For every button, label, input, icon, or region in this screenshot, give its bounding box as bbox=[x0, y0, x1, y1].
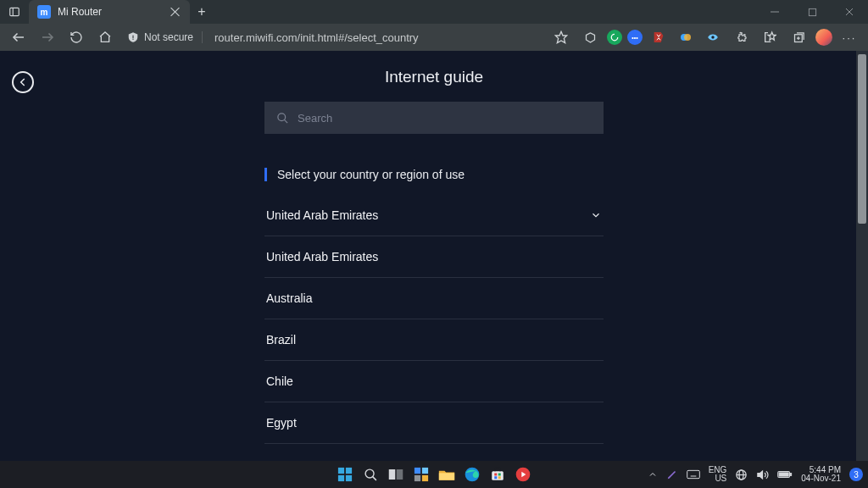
svg-rect-36 bbox=[498, 474, 501, 476]
nav-refresh-button[interactable] bbox=[64, 25, 88, 49]
svg-rect-35 bbox=[494, 474, 497, 476]
country-option-label: Australia bbox=[266, 291, 312, 305]
search-icon bbox=[276, 112, 289, 125]
tray-volume-icon[interactable] bbox=[756, 469, 769, 481]
svg-marker-10 bbox=[555, 31, 566, 42]
country-option[interactable]: United Arab Emirates bbox=[264, 236, 604, 278]
tray-network-icon[interactable] bbox=[735, 469, 748, 481]
scrollbar-track[interactable] bbox=[856, 51, 868, 461]
svg-rect-34 bbox=[492, 471, 504, 480]
tray-notification-badge[interactable]: 3 bbox=[849, 468, 863, 481]
browser-tab[interactable]: m Mi Router bbox=[29, 0, 190, 24]
extensions-menu-icon[interactable] bbox=[729, 25, 753, 49]
window-maximize-button[interactable] bbox=[793, 0, 831, 24]
favorite-star-icon[interactable] bbox=[549, 25, 573, 49]
nav-home-button[interactable] bbox=[93, 25, 117, 49]
nav-forward-button[interactable] bbox=[36, 25, 59, 49]
site-security-indicator[interactable]: Not secure bbox=[127, 31, 203, 43]
task-view-button[interactable] bbox=[386, 464, 406, 485]
tab-actions-button[interactable] bbox=[0, 0, 29, 24]
collections-icon[interactable] bbox=[787, 25, 810, 49]
tray-battery-icon[interactable] bbox=[777, 469, 793, 480]
extension-icon[interactable] bbox=[702, 26, 724, 48]
extension-icon[interactable]: ••• bbox=[627, 30, 643, 45]
svg-rect-9 bbox=[132, 39, 133, 40]
search-box[interactable] bbox=[264, 102, 604, 134]
svg-rect-22 bbox=[338, 475, 344, 481]
new-tab-button[interactable]: + bbox=[190, 0, 214, 24]
country-option[interactable]: Australia bbox=[264, 278, 604, 319]
svg-rect-28 bbox=[415, 468, 420, 474]
svg-rect-26 bbox=[389, 469, 396, 480]
start-button[interactable] bbox=[335, 464, 355, 485]
window-close-button[interactable] bbox=[831, 0, 868, 24]
svg-rect-0 bbox=[10, 8, 19, 15]
extension-icon[interactable] bbox=[648, 26, 670, 48]
country-option-label: United Arab Emirates bbox=[266, 250, 378, 263]
search-input[interactable] bbox=[298, 112, 592, 125]
extension-icon[interactable] bbox=[607, 30, 622, 45]
nav-back-button[interactable] bbox=[7, 25, 31, 49]
svg-line-19 bbox=[284, 119, 287, 123]
svg-rect-27 bbox=[397, 469, 403, 480]
tray-language-indicator[interactable]: ENGUS bbox=[709, 466, 727, 484]
tray-overflow-icon[interactable] bbox=[648, 469, 658, 480]
svg-marker-50 bbox=[758, 471, 763, 479]
svg-rect-38 bbox=[498, 476, 501, 479]
svg-rect-8 bbox=[132, 36, 133, 39]
section-heading: Select your country or region of use bbox=[277, 168, 465, 181]
reading-list-icon[interactable] bbox=[578, 25, 602, 49]
app-icon[interactable] bbox=[513, 464, 533, 485]
country-option-label: Chile bbox=[266, 374, 293, 388]
tab-close-button[interactable] bbox=[170, 6, 181, 18]
country-option-label: Egypt bbox=[266, 416, 297, 430]
not-secure-label: Not secure bbox=[144, 31, 193, 43]
svg-rect-3 bbox=[809, 8, 815, 15]
tray-pen-icon[interactable] bbox=[666, 469, 678, 480]
svg-rect-31 bbox=[422, 475, 428, 481]
extension-icon[interactable] bbox=[675, 26, 697, 48]
taskbar-search-button[interactable] bbox=[360, 464, 381, 485]
svg-rect-30 bbox=[415, 475, 420, 481]
svg-point-13 bbox=[711, 36, 715, 39]
tray-clock[interactable]: 5:44 PM04-Nov-21 bbox=[801, 466, 841, 484]
window-minimize-button[interactable] bbox=[756, 0, 793, 24]
svg-point-12 bbox=[684, 34, 691, 41]
svg-rect-32 bbox=[439, 473, 454, 480]
svg-line-25 bbox=[372, 476, 376, 480]
tab-title: Mi Router bbox=[58, 6, 102, 18]
svg-rect-37 bbox=[494, 476, 497, 479]
scrollbar-thumb[interactable] bbox=[858, 54, 866, 224]
profile-avatar[interactable] bbox=[815, 29, 832, 46]
tab-favicon: m bbox=[37, 5, 51, 19]
section-accent-bar bbox=[264, 168, 267, 181]
country-selected-row[interactable]: United Arab Emirates bbox=[264, 197, 604, 236]
address-bar[interactable]: router.miwifi.com/init.html#/select_coun… bbox=[208, 31, 544, 44]
tray-keyboard-icon[interactable] bbox=[687, 469, 700, 480]
country-option-label: Brazil bbox=[266, 333, 296, 347]
page-viewport: Internet guide Select your country or re… bbox=[0, 51, 868, 461]
favorites-bar-icon[interactable] bbox=[758, 25, 782, 49]
windows-taskbar: ENGUS 5:44 PM04-Nov-21 3 bbox=[0, 461, 868, 488]
svg-rect-29 bbox=[422, 468, 428, 474]
browser-toolbar: Not secure router.miwifi.com/init.html#/… bbox=[0, 24, 868, 51]
country-option[interactable]: Brazil bbox=[264, 319, 604, 361]
edge-browser-icon[interactable] bbox=[462, 464, 482, 485]
page-back-button[interactable] bbox=[12, 71, 34, 93]
svg-rect-53 bbox=[779, 473, 788, 476]
svg-point-24 bbox=[365, 469, 374, 478]
file-explorer-icon[interactable] bbox=[437, 464, 457, 485]
store-icon[interactable] bbox=[487, 464, 508, 485]
country-option[interactable]: Egypt bbox=[264, 402, 604, 444]
svg-marker-14 bbox=[768, 32, 776, 40]
country-option[interactable]: Chile bbox=[264, 361, 604, 402]
widgets-button[interactable] bbox=[411, 464, 431, 485]
svg-rect-52 bbox=[791, 474, 792, 476]
chevron-down-icon bbox=[590, 209, 602, 221]
window-titlebar: m Mi Router + bbox=[0, 0, 868, 24]
country-selected-label: United Arab Emirates bbox=[266, 208, 378, 222]
menu-button[interactable]: ··· bbox=[837, 25, 861, 49]
svg-rect-41 bbox=[687, 470, 699, 478]
svg-rect-21 bbox=[346, 468, 352, 474]
svg-rect-20 bbox=[338, 468, 344, 474]
